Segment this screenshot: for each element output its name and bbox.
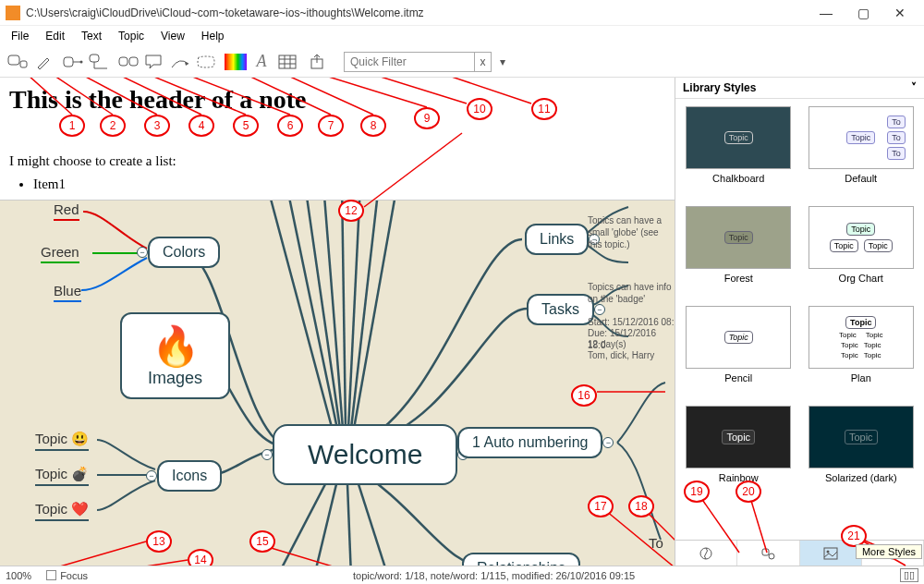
close-button[interactable]: ✕ [881, 1, 918, 25]
panel-toggle-icon[interactable]: ▯▯ [900, 568, 918, 582]
menu-view[interactable]: View [153, 28, 192, 44]
toggle-icon[interactable]: − [137, 247, 148, 258]
font-icon[interactable]: A [249, 50, 274, 74]
task-who: Tom, dick, Harry [588, 349, 654, 361]
annot-7: 7 [318, 115, 344, 137]
color-icon[interactable] [224, 50, 248, 74]
annot-16: 16 [571, 384, 597, 407]
style-plan[interactable]: Topic TopicTopic TopicTopic TopicTopic P… [806, 306, 918, 383]
child-topic-icon[interactable] [61, 50, 85, 74]
menu-topic[interactable]: Topic [111, 28, 152, 44]
annot-1: 1 [59, 115, 85, 137]
svg-rect-5 [90, 55, 99, 62]
note-header: This is the header of a note [9, 85, 665, 115]
node-images[interactable]: 🔥 Images [120, 312, 230, 399]
leaf-green[interactable]: Green [41, 244, 79, 263]
node-links[interactable]: Links − [525, 224, 589, 255]
sibling-topic-icon[interactable] [87, 50, 111, 74]
menu-help[interactable]: Help [194, 28, 232, 44]
sidebar: Library Styles ˅ Topic Chalkboard Topic … [675, 78, 924, 566]
relationship-icon[interactable] [168, 50, 192, 74]
annot-20: 20 [736, 481, 761, 503]
link-icon[interactable] [116, 50, 140, 74]
annot-4: 4 [188, 115, 214, 137]
style-solarized[interactable]: Topic Solarized (dark) [806, 406, 918, 483]
share-icon[interactable] [305, 50, 329, 74]
sidebar-collapse-icon[interactable]: ˅ [911, 81, 917, 94]
menu-text[interactable]: Text [74, 28, 109, 44]
style-default[interactable]: Topic ToToTo Default [806, 106, 918, 184]
table-icon[interactable] [275, 50, 299, 74]
minimize-button[interactable]: — [808, 1, 845, 25]
annot-8: 8 [360, 115, 386, 137]
toggle-icon[interactable]: − [602, 437, 614, 448]
filter-dropdown-icon[interactable]: ▾ [497, 50, 508, 74]
style-orgchart[interactable]: Topic TopicTopic Org Chart [806, 206, 918, 284]
svg-rect-2 [64, 57, 73, 67]
annot-2: 2 [100, 115, 126, 137]
style-pencil[interactable]: Topic Pencil [683, 306, 795, 383]
toolbar: A x ▾ [0, 46, 924, 78]
app-icon [6, 6, 20, 20]
svg-rect-9 [279, 55, 296, 68]
window-title: C:\Users\craig\iCloudDrive\iCloud~com~to… [26, 6, 808, 19]
annot-13: 13 [146, 530, 172, 553]
sidebar-tab-styles-icon[interactable] [675, 541, 737, 566]
leaf-topic-heart[interactable]: Topic ❤️ [35, 501, 89, 521]
node-icons[interactable]: Icons − [157, 460, 222, 492]
links-note: Topics can have a small 'globe' (see thi… [588, 214, 671, 250]
node-welcome[interactable]: Welcome − − [273, 424, 457, 485]
node-tasks[interactable]: Tasks − [527, 294, 594, 325]
annot-10: 10 [467, 98, 492, 120]
annot-6: 6 [277, 115, 303, 137]
style-forest[interactable]: Topic Forest [683, 206, 795, 284]
annot-9: 9 [414, 107, 440, 129]
annot-5: 5 [233, 115, 259, 137]
svg-rect-6 [119, 57, 128, 66]
statusbar: 100% Focus topic/word: 1/18, note/word: … [0, 566, 924, 584]
filter-clear-button[interactable]: x [474, 53, 491, 71]
svg-rect-46 [762, 549, 769, 555]
annot-17: 17 [588, 495, 614, 517]
svg-rect-1 [20, 61, 27, 67]
node-autonum[interactable]: 1 Auto numbering − [457, 427, 602, 458]
zoom-level[interactable]: 100% [6, 570, 31, 581]
leaf-topic-bomb[interactable]: Topic 💣 [35, 466, 89, 486]
leaf-blue[interactable]: Blue [54, 283, 81, 302]
leaf-red[interactable]: Red [54, 201, 79, 221]
node-colors[interactable]: Colors − [148, 237, 220, 268]
annot-11: 11 [531, 98, 557, 120]
sidebar-tab-shapes-icon[interactable] [737, 541, 799, 566]
style-chalkboard[interactable]: Topic Chalkboard [683, 106, 795, 184]
node-relationships[interactable]: Relationships [462, 553, 580, 566]
menu-file[interactable]: File [4, 28, 36, 44]
toggle-icon[interactable]: − [146, 470, 157, 481]
sidebar-footer: More Styles [675, 540, 924, 566]
annot-15: 15 [249, 530, 275, 553]
annot-12: 12 [338, 200, 364, 222]
note-item: Item1 [33, 176, 665, 192]
boundary-icon[interactable] [194, 50, 218, 74]
leaf-topic-smile[interactable]: Topic 😃 [35, 431, 89, 451]
style-rainbow[interactable]: Topic Rainbow [683, 406, 795, 483]
sidebar-title: Library Styles [683, 81, 756, 94]
menubar: File Edit Text Topic View Help [0, 26, 924, 46]
quick-filter-input[interactable] [345, 54, 474, 70]
note-intro: I might choose to create a list: [9, 153, 665, 169]
new-topic-child-icon[interactable] [6, 50, 30, 74]
menu-edit[interactable]: Edit [38, 28, 72, 44]
pencil-icon[interactable] [31, 50, 55, 74]
status-info: topic/word: 1/18, note/word: 1/115, modi… [353, 570, 635, 581]
focus-checkbox[interactable]: Focus [46, 570, 88, 581]
toggle-icon[interactable]: − [261, 449, 273, 460]
annot-18: 18 [628, 495, 654, 517]
maximize-button[interactable]: ▢ [845, 1, 881, 25]
tasks-note: Topics can have info on the 'badge' [588, 281, 673, 305]
svg-point-4 [80, 60, 83, 63]
more-styles-button[interactable]: More Styles [856, 544, 922, 559]
toggle-icon[interactable]: − [594, 304, 605, 315]
canvas[interactable]: This is the header of a note I might cho… [0, 78, 675, 566]
callout-icon[interactable] [142, 50, 166, 74]
svg-point-47 [769, 554, 774, 559]
svg-rect-7 [129, 57, 138, 66]
